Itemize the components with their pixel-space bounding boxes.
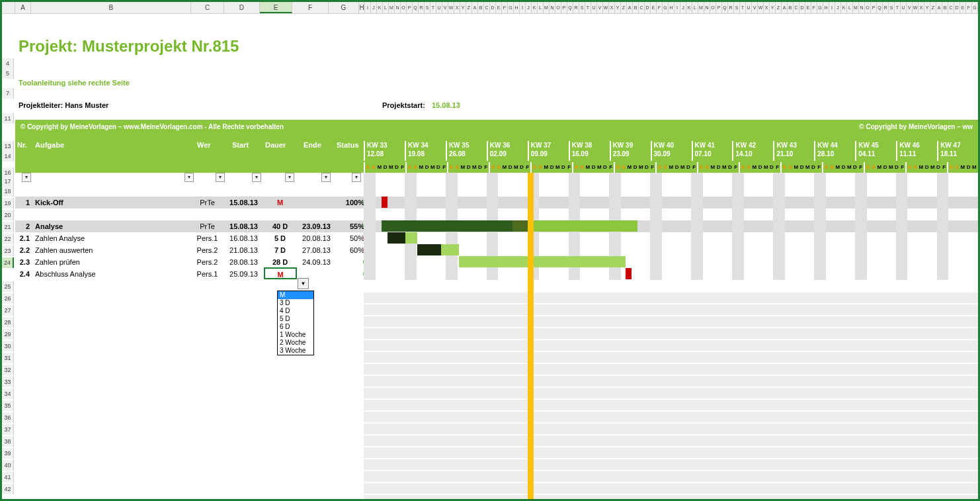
col-AB[interactable]: B <box>478 2 484 13</box>
col-Q[interactable]: Q <box>413 2 419 13</box>
col-DE[interactable]: E <box>960 2 966 13</box>
row-42[interactable]: 42 <box>2 484 14 494</box>
col-M[interactable]: M <box>389 2 395 13</box>
col-BY[interactable]: Y <box>770 2 776 13</box>
col-X[interactable]: X <box>454 2 460 13</box>
col-I[interactable]: I <box>365 2 371 13</box>
row-5[interactable]: 5 <box>2 68 14 79</box>
col-DF[interactable]: F <box>966 2 972 13</box>
col-AS[interactable]: S <box>579 2 585 13</box>
dropdown-option[interactable]: 4 D <box>278 307 313 315</box>
row-28[interactable]: 28 <box>2 317 14 328</box>
col-CX[interactable]: X <box>919 2 924 13</box>
task-row[interactable]: 2AnalysePrTe15.08.1340 D23.09.1355% <box>15 220 978 232</box>
col-CG[interactable]: G <box>817 2 823 13</box>
row-14[interactable]: 14 <box>2 151 14 161</box>
col-AQ[interactable]: Q <box>567 2 573 13</box>
col-DB[interactable]: B <box>942 2 948 13</box>
row-20[interactable]: 20 <box>2 210 14 220</box>
row-29[interactable]: 29 <box>2 329 14 340</box>
col-CJ[interactable]: J <box>835 2 841 13</box>
col-AF[interactable]: F <box>502 2 508 13</box>
row-7[interactable]: 7 <box>2 88 14 99</box>
col-V[interactable]: V <box>442 2 448 13</box>
row-19[interactable]: 19 <box>2 198 14 208</box>
col-CB[interactable]: B <box>788 2 794 13</box>
row-4[interactable]: 4 <box>2 58 14 69</box>
task-dauer[interactable]: 5 D <box>265 232 295 244</box>
col-BE[interactable]: E <box>651 2 657 13</box>
dropdown-option[interactable]: 3 D <box>278 299 313 307</box>
task-dauer[interactable]: 28 D <box>265 256 295 268</box>
task-row[interactable]: 2.1Zahlen AnalysePers.116.08.135 D20.08.… <box>15 232 978 244</box>
row-18[interactable]: 18 <box>2 186 14 197</box>
row-25[interactable]: 25 <box>2 281 14 292</box>
col-AU[interactable]: U <box>591 2 597 13</box>
col-BO[interactable]: O <box>710 2 716 13</box>
col-CD[interactable]: D <box>799 2 805 13</box>
col-P[interactable]: P <box>407 2 413 13</box>
col-AZ[interactable]: Z <box>621 2 627 13</box>
row-24[interactable]: 24 <box>2 257 14 268</box>
col-Y[interactable]: Y <box>460 2 466 13</box>
col-CU[interactable]: U <box>901 2 907 13</box>
row-36[interactable]: 36 <box>2 412 14 423</box>
col-F[interactable]: F <box>292 2 328 13</box>
col-AV[interactable]: V <box>597 2 603 13</box>
dropdown-option[interactable]: 6 D <box>278 323 313 331</box>
col-CW[interactable]: W <box>913 2 919 13</box>
col-BK[interactable]: K <box>686 2 692 13</box>
col-CA[interactable]: A <box>782 2 788 13</box>
col-BU[interactable]: U <box>746 2 752 13</box>
row-34[interactable]: 34 <box>2 388 14 399</box>
task-row[interactable]: 1Kick-OffPrTe15.08.13M100% <box>15 197 978 208</box>
col-L[interactable]: L <box>383 2 389 13</box>
task-row[interactable]: 2.3Zahlen prüfenPers.228.08.1328 D24.09.… <box>15 256 978 268</box>
col-AE[interactable]: E <box>496 2 502 13</box>
col-CC[interactable]: C <box>794 2 799 13</box>
row-39[interactable]: 39 <box>2 448 14 459</box>
col-BM[interactable]: M <box>698 2 704 13</box>
task-dauer[interactable]: 7 D <box>265 244 295 256</box>
col-DD[interactable]: D <box>954 2 960 13</box>
col-AA[interactable]: A <box>472 2 478 13</box>
dropdown-toggle-icon[interactable]: ▼ <box>298 278 309 289</box>
row-13[interactable]: 13 <box>2 141 14 152</box>
row-31[interactable]: 31 <box>2 353 14 363</box>
col-BV[interactable]: V <box>752 2 758 13</box>
row-37[interactable]: 37 <box>2 424 14 435</box>
dropdown-list[interactable]: M3 D4 D5 D6 D1 Woche2 Woche3 Woche <box>277 291 314 355</box>
col-AL[interactable]: L <box>538 2 544 13</box>
col-BW[interactable]: W <box>758 2 764 13</box>
col-AD[interactable]: D <box>490 2 496 13</box>
col-K[interactable]: K <box>377 2 383 13</box>
col-A[interactable]: A <box>15 2 32 13</box>
col-CP[interactable]: P <box>871 2 877 13</box>
col-AP[interactable]: P <box>561 2 567 13</box>
col-AR[interactable]: R <box>573 2 579 13</box>
row-27[interactable]: 27 <box>2 305 14 316</box>
col-CK[interactable]: K <box>841 2 847 13</box>
col-AT[interactable]: T <box>585 2 591 13</box>
col-S[interactable]: S <box>425 2 430 13</box>
dropdown-option[interactable]: 3 Woche <box>278 347 313 355</box>
col-BH[interactable]: H <box>669 2 674 13</box>
task-dauer[interactable]: 40 D <box>265 220 295 232</box>
row-32[interactable]: 32 <box>2 365 14 375</box>
row-17[interactable]: 17 <box>2 176 14 187</box>
col-AO[interactable]: O <box>555 2 561 13</box>
col-B[interactable]: B <box>31 2 191 13</box>
col-BC[interactable]: C <box>639 2 645 13</box>
col-W[interactable]: W <box>448 2 454 13</box>
col-N[interactable]: N <box>395 2 401 13</box>
col-T[interactable]: T <box>430 2 436 13</box>
col-BR[interactable]: R <box>728 2 734 13</box>
col-BX[interactable]: X <box>764 2 770 13</box>
col-R[interactable]: R <box>419 2 425 13</box>
row-41[interactable]: 41 <box>2 472 14 482</box>
col-BG[interactable]: G <box>663 2 669 13</box>
col-BT[interactable]: T <box>740 2 746 13</box>
col-DA[interactable]: A <box>936 2 942 13</box>
col-AK[interactable]: K <box>532 2 538 13</box>
col-O[interactable]: O <box>401 2 407 13</box>
